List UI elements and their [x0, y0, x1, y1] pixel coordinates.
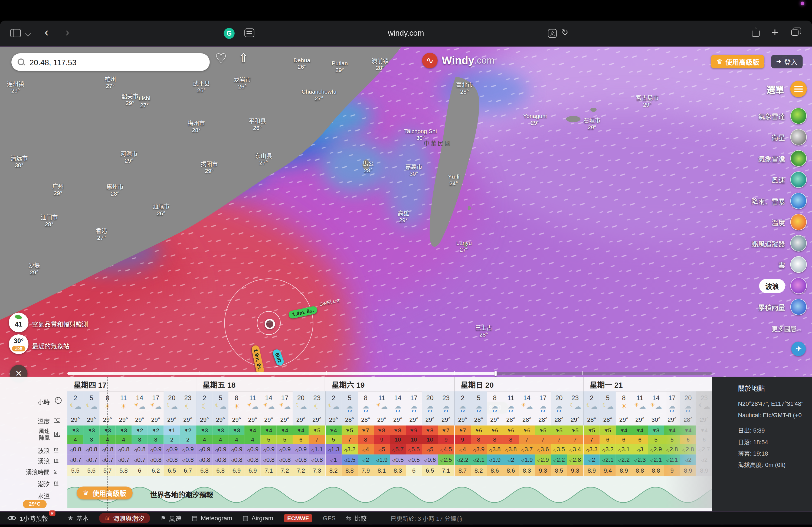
- forecast-hour-cell[interactable]: 2☾: [196, 391, 213, 414]
- flight-mode-button[interactable]: ✈: [791, 342, 806, 356]
- unit-swell[interactable]: m: [54, 457, 58, 463]
- forecast-hour-cell[interactable]: 8☀: [616, 391, 632, 414]
- air-quality-badge[interactable]: 41: [9, 313, 29, 333]
- forecast-hour-cell[interactable]: 11☁: [503, 391, 519, 414]
- forecast-hour-cell[interactable]: 2☾☁: [325, 391, 342, 414]
- rain-icon: ☁: [680, 402, 696, 411]
- search-box[interactable]: 20.48, 117.53: [11, 53, 210, 71]
- tab-compare[interactable]: ⇆比較: [346, 513, 367, 523]
- layer-item[interactable]: 氣象雷達: [758, 108, 807, 124]
- favorite-button[interactable]: ♡: [215, 51, 227, 67]
- forecast-hour-cell[interactable]: 2☾☁: [583, 391, 599, 414]
- map-city-label: 揭阳市29°: [201, 161, 218, 175]
- forecast-hour-cell[interactable]: 20☁: [551, 391, 567, 414]
- layer-item[interactable]: 更多圖層...: [772, 320, 807, 336]
- unit-waves[interactable]: m: [54, 446, 58, 452]
- forecast-hour-cell[interactable]: 8☁: [358, 391, 374, 414]
- moon-icon: ☾: [197, 402, 213, 411]
- url-field[interactable]: windy.com: [0, 28, 812, 37]
- forecast-hour-cell[interactable]: 17☁: [406, 391, 422, 414]
- forecast-hour-cell[interactable]: 14☀☁: [519, 391, 535, 414]
- search-input[interactable]: 20.48, 117.53: [29, 58, 76, 67]
- forecast-hour-cell[interactable]: 23☾: [180, 391, 196, 414]
- tab-airgram[interactable]: ▥Airgram: [243, 514, 273, 522]
- forecast-day-header[interactable]: 星期一 21: [583, 377, 712, 392]
- timeline-track-remaining[interactable]: [496, 372, 712, 375]
- forecast-hour-cell[interactable]: 23☾☁: [567, 391, 583, 414]
- forecast-hour-cell[interactable]: 20☁: [422, 391, 438, 414]
- swell-cell: ◁2.1: [471, 454, 487, 465]
- about-location-panel: 關於地點 N20°28'47", E117°31'48" Nautical: E…: [712, 377, 812, 511]
- forecast-hour-cell[interactable]: 17☁: [535, 391, 551, 414]
- timeline-track-elapsed[interactable]: [68, 372, 496, 375]
- weather-station-badge[interactable]: 30° 2bft: [9, 334, 29, 354]
- layer-item[interactable]: 波浪: [759, 278, 807, 294]
- model-ecmwf-button[interactable]: ECMWF: [284, 514, 313, 522]
- layer-item[interactable]: 溫度: [772, 214, 807, 230]
- forecast-hour-cell[interactable]: 14☁: [390, 391, 406, 414]
- forecast-hour-cell[interactable]: 23☁: [438, 391, 454, 414]
- tab-overview-icon[interactable]: [791, 29, 798, 36]
- map-picker[interactable]: [265, 319, 275, 329]
- translate-icon[interactable]: 文: [548, 29, 557, 38]
- period-cell: 8.5: [551, 465, 567, 476]
- forecast-hour-cell[interactable]: 2☁: [454, 391, 470, 414]
- forecast-hour-cell[interactable]: 17☁: [664, 391, 680, 414]
- forecast-hour-cell[interactable]: 8☀: [229, 391, 244, 414]
- one-hour-forecast-toggle[interactable]: 1小時預報 ♛: [7, 513, 48, 523]
- forecast-day-header[interactable]: 星期五 18: [196, 377, 325, 392]
- tab-waves-tides[interactable]: ≋海浪與潮汐: [99, 513, 150, 523]
- login-button[interactable]: ➜登入: [771, 55, 803, 69]
- hamburger-menu-button[interactable]: [791, 80, 807, 97]
- forecast-hour-cell[interactable]: 20☾☁: [293, 391, 309, 414]
- moon-icon: ☾: [180, 402, 196, 411]
- layer-item[interactable]: 氣象雷達: [758, 150, 807, 167]
- unit-wind[interactable]: bft: [54, 431, 60, 437]
- tab-basic[interactable]: ★基本: [68, 513, 89, 523]
- forecast-hour-cell[interactable]: 14☀☁: [132, 391, 147, 414]
- forecast-day-header[interactable]: 星期日 20: [454, 377, 583, 392]
- model-gfs-button[interactable]: GFS: [323, 514, 336, 522]
- forecast-hour-cell[interactable]: 14☀☁: [261, 391, 277, 414]
- forecast-hour-cell[interactable]: 20☾☁: [164, 391, 180, 414]
- forecast-hour-cell[interactable]: 5☾☁: [600, 391, 616, 414]
- forecast-hour-cell[interactable]: 11☀☁: [245, 391, 261, 414]
- tide-premium-button[interactable]: ♛使用高級版: [77, 486, 132, 499]
- forecast-hour-cell[interactable]: 20☁: [680, 391, 696, 414]
- forecast-hour-cell[interactable]: 11☀☁: [374, 391, 390, 414]
- reload-icon[interactable]: ↻: [561, 27, 568, 37]
- forecast-hour-cell[interactable]: 5☾☁: [83, 391, 99, 414]
- unit-period[interactable]: s: [54, 468, 57, 474]
- forecast-hour-cell[interactable]: 2☾☁: [68, 391, 83, 414]
- new-tab-button[interactable]: +: [772, 26, 779, 40]
- share-location-button[interactable]: ⇧: [238, 51, 248, 65]
- swell-cell: ◁2.8: [567, 454, 583, 465]
- forecast-hour-cell[interactable]: 11☀☁: [632, 391, 648, 414]
- premium-button[interactable]: ♛使用高級版: [711, 55, 764, 69]
- forecast-day-header[interactable]: 星期四 17: [68, 377, 196, 392]
- layer-item[interactable]: 雲: [779, 256, 807, 273]
- forecast-hour-cell[interactable]: 23☾: [309, 391, 325, 414]
- layer-item[interactable]: 颶風追蹤器: [751, 235, 807, 252]
- unit-tide[interactable]: m: [54, 479, 58, 486]
- tab-wind[interactable]: ⚑風速: [160, 513, 182, 523]
- swell-cell: ◁2.1: [648, 454, 664, 465]
- forecast-hour-cell[interactable]: 5☾☁: [213, 391, 229, 414]
- forecast-hour-cell[interactable]: 14☀☁: [648, 391, 664, 414]
- layer-item[interactable]: 降雨、雷暴: [751, 193, 807, 209]
- timeline-handle[interactable]: [494, 371, 497, 376]
- forecast-hour-cell[interactable]: 11☀: [116, 391, 132, 414]
- forecast-hour-cell[interactable]: 17☀☁: [148, 391, 164, 414]
- layer-item[interactable]: 累積雨量: [758, 299, 807, 315]
- forecast-hour-cell[interactable]: 23☾☁: [696, 391, 712, 414]
- layer-item[interactable]: 衛星: [772, 129, 807, 145]
- forecast-hour-cell[interactable]: 17☀☁: [277, 391, 293, 414]
- forecast-hour-cell[interactable]: 8☁: [487, 391, 503, 414]
- forecast-hour-cell[interactable]: 5☁: [471, 391, 487, 414]
- tab-meteogram[interactable]: ▤Meteogram: [192, 514, 232, 522]
- unit-temp[interactable]: °C: [54, 416, 60, 423]
- forecast-hour-cell[interactable]: 5☁: [342, 391, 358, 414]
- wind-cell: ▶57: [583, 426, 599, 444]
- layer-item[interactable]: 風速: [772, 171, 807, 188]
- forecast-day-header[interactable]: 星期六 19: [325, 377, 454, 392]
